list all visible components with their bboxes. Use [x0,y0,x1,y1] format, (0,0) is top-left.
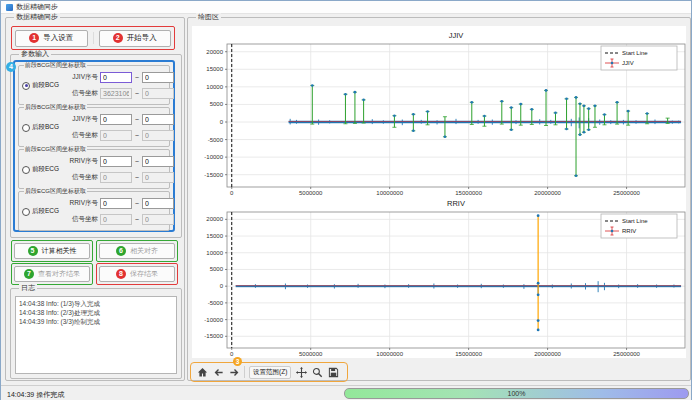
range-from-input[interactable] [100,72,132,83]
range-tilde: ~ [134,158,140,165]
log-group-title: 日志 [19,284,37,292]
zoom-icon[interactable] [311,366,323,378]
app-window: 数据精确同步 数据精确同步 1导入设置2开始导入 参数输入 前段BCG区间坐标获… [0,0,692,400]
svg-text:10000000: 10000000 [376,190,403,196]
section-rows: RRIV序号~信号坐标~ [65,154,167,186]
field-label: JJIV序号 [65,115,98,124]
svg-text:10000: 10000 [206,84,223,90]
svg-text:RRIV: RRIV [447,199,465,208]
radio-option-4[interactable]: 后段ECG [22,207,59,216]
log-area[interactable]: 14:04:38 Info: (1/3)导入完成14:04:38 Info: (… [15,296,177,374]
chart-canvas[interactable]: 0500000010000000150000002000000025000000… [192,26,686,358]
svg-text:20000000: 20000000 [534,190,561,196]
field-label: RRIV序号 [65,157,98,166]
sync-panel: 数据精确同步 1导入设置2开始导入 参数输入 前段BCG区间坐标获取前段BCGJ… [5,17,185,381]
radio-button[interactable] [22,208,30,216]
svg-text:15000000: 15000000 [455,190,482,196]
range-tilde: ~ [134,74,140,81]
section-title: 前段ECG区间坐标获取 [24,146,87,153]
section-rows: RRIV序号~信号坐标~ [65,196,167,228]
calc-correlation-button[interactable]: 5计算相关性 [14,243,90,259]
svg-text:0: 0 [230,351,234,357]
svg-text:5000: 5000 [210,266,224,272]
save-icon[interactable] [327,366,339,378]
button-label: 保存结果 [130,269,158,279]
svg-text:20000000: 20000000 [534,351,561,357]
range-to-input[interactable] [142,130,174,141]
field-row: 信号坐标~ [65,86,167,100]
radio-button[interactable] [22,166,30,174]
range-from-input[interactable] [100,156,132,167]
range-to-input[interactable] [142,114,174,125]
range-from-input[interactable] [100,198,132,209]
svg-text:0: 0 [220,119,224,125]
action-box: 5计算相关性 [11,240,93,262]
field-label: JJIV序号 [65,73,98,82]
field-row: RRIV序号~ [65,196,167,210]
svg-text:25000000: 25000000 [613,351,640,357]
svg-text:5000000: 5000000 [299,351,323,357]
svg-text:10000: 10000 [206,250,223,256]
title-bar[interactable]: 数据精确同步 [1,1,691,14]
svg-text:-10000: -10000 [204,154,223,160]
svg-text:-10000: -10000 [204,317,223,323]
window-title: 数据精确同步 [16,2,58,12]
step-badge-3: 3 [233,357,242,366]
save-result-button[interactable]: 8保存结果 [99,266,175,282]
range-to-input[interactable] [142,172,174,183]
set-range-button[interactable]: 设置范围(Z) [249,366,291,379]
correlation-align-button[interactable]: 6相关对齐 [99,243,175,259]
app-icon [6,4,13,11]
section-title: 后段BCG区间坐标获取 [24,104,87,111]
svg-text:15000000: 15000000 [455,351,482,357]
button-label: 开始导入 [127,33,157,43]
range-to-input[interactable] [142,72,174,83]
range-from-input[interactable] [100,88,132,99]
import-button-group: 1导入设置2开始导入 [11,26,175,50]
action-box: 8保存结果 [96,263,178,285]
svg-text:JJIV: JJIV [449,31,464,40]
range-to-input[interactable] [142,214,174,225]
field-row: RRIV序号~ [65,154,167,168]
button-label: 导入设置 [43,33,73,43]
status-bar: 14:04:39 操作完成 100% [1,385,691,400]
radio-label: 前段BCG [32,81,59,90]
start-import-button[interactable]: 2开始导入 [99,30,172,47]
step-badge-6: 6 [116,246,126,256]
svg-text:0: 0 [220,283,224,289]
back-icon[interactable] [212,366,224,378]
pan-icon[interactable] [295,366,307,378]
range-to-input[interactable] [142,198,174,209]
forward-icon[interactable] [228,366,240,378]
field-label: 信号坐标 [65,89,98,98]
radio-button[interactable] [22,82,30,90]
radio-option-2[interactable]: 后段BCG [22,123,59,132]
field-row: JJIV序号~ [65,112,167,126]
home-icon[interactable] [196,366,208,378]
step-badge-2: 2 [113,33,123,43]
svg-text:RRIV: RRIV [622,228,636,234]
step-badge-4: 4 [6,62,16,72]
radio-option-1[interactable]: 前段BCG [22,81,59,90]
svg-text:-15000: -15000 [204,172,223,178]
field-row: 信号坐标~ [65,170,167,184]
range-tilde: ~ [134,200,140,207]
radio-label: 前段ECG [32,165,59,174]
action-box: 7查看对齐结果 [11,263,93,285]
range-from-input[interactable] [100,214,132,225]
view-align-result-button[interactable]: 7查看对齐结果 [14,266,90,282]
range-to-input[interactable] [142,88,174,99]
button-divider [93,32,94,44]
svg-text:-15000: -15000 [204,333,223,339]
range-to-input[interactable] [142,156,174,167]
section-title: 前段BCG区间坐标获取 [24,62,87,69]
range-from-input[interactable] [100,130,132,141]
radio-button[interactable] [22,124,30,132]
range-from-input[interactable] [100,172,132,183]
radio-option-3[interactable]: 前段ECG [22,165,59,174]
field-label: 信号坐标 [65,131,98,140]
import-settings-button[interactable]: 1导入设置 [15,30,88,47]
range-from-input[interactable] [100,114,132,125]
jjiv-chart: 0500000010000000150000002000000025000000… [192,26,686,196]
progress-label: 100% [508,390,526,397]
